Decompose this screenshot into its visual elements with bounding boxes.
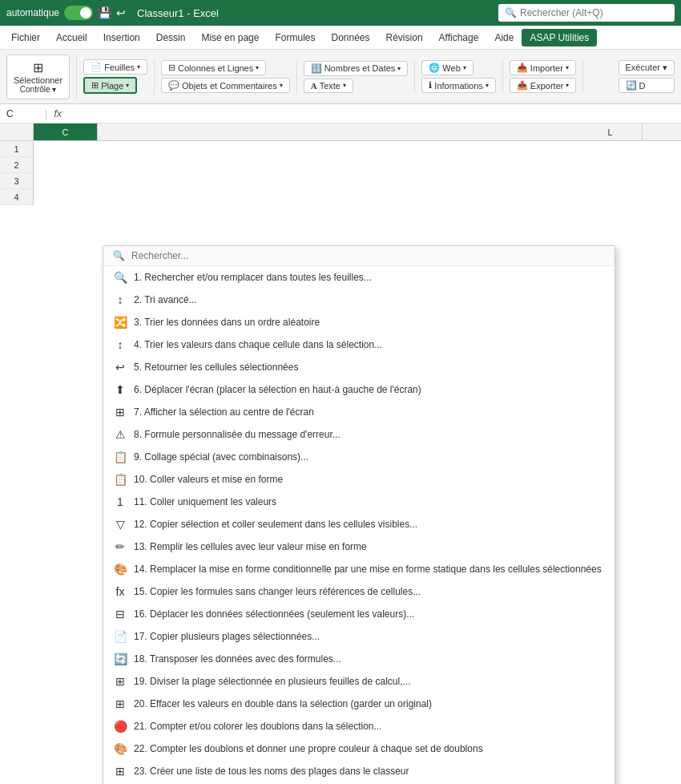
dropdown-item-text-21: 21. Compter et/ou colorer les doublons d… — [134, 721, 605, 732]
web-icon: 🌐 — [429, 63, 440, 73]
feuilles-btn[interactable]: 📄 Feuilles ▾ — [83, 59, 147, 75]
menu-item-aide[interactable]: Aide — [486, 29, 522, 46]
ribbon-row-10: 📤 Exporter ▾ — [510, 78, 577, 93]
ribbon-row-1: 📄 Feuilles ▾ — [83, 59, 147, 75]
menu-item-donnees[interactable]: Données — [323, 29, 377, 46]
menu-item-revision[interactable]: Révision — [378, 29, 431, 46]
dropdown-item-8[interactable]: ⚠8. Formule personnalisée du message d'e… — [103, 423, 615, 446]
dropdown-item-20[interactable]: ⊞20. Effacer les valeurs en double dans … — [103, 693, 615, 715]
dropdown-item-icon-4: ↕ — [113, 337, 127, 352]
dropdown-item-23[interactable]: ⊞23. Créer une liste de tous les noms de… — [103, 760, 615, 782]
dropdown-item-9[interactable]: 📋9. Collage spécial (avec combinaisons).… — [103, 446, 615, 468]
dropdown-item-22[interactable]: 🎨22. Compter les doublons et donner une … — [103, 738, 615, 760]
ribbon-group-web: 🌐 Web ▾ ℹ Informations ▾ — [421, 60, 503, 93]
dropdown-item-icon-22: 🎨 — [113, 742, 127, 756]
objets-btn[interactable]: 💬 Objets et Commentaires ▾ — [161, 78, 290, 93]
colonnes-btn[interactable]: ⊟ Colonnes et Lignes ▾ — [161, 60, 266, 75]
search-input[interactable] — [520, 7, 664, 18]
dropdown-item-text-6: 6. Déplacer l'écran (placer la sélection… — [134, 384, 605, 395]
menu-item-affichage[interactable]: Affichage — [431, 29, 487, 46]
dropdown-search-input[interactable] — [131, 250, 605, 261]
menu-item-accueil[interactable]: Accueil — [48, 29, 95, 46]
ribbon-row-3: ⊟ Colonnes et Lignes ▾ — [161, 60, 290, 75]
dropdown-item-icon-10: 📋 — [113, 472, 127, 487]
title-text: Classeur1 - Excel — [137, 7, 219, 19]
selection-btn[interactable]: ⊞ Sélectionner Contrôle ▾ — [6, 55, 70, 99]
refresh-btn[interactable]: 🔄 D — [619, 78, 675, 93]
dropdown-item-text-12: 12. Copier sélection et coller seulement… — [134, 519, 605, 530]
menu-item-fichier[interactable]: Fichier — [3, 29, 48, 46]
informations-btn[interactable]: ℹ Informations ▾ — [421, 78, 496, 93]
dropdown-item-icon-11: 1 — [113, 495, 127, 509]
col-header-c[interactable]: C — [34, 123, 98, 140]
dropdown-item-14[interactable]: 🎨14. Remplacer la mise en forme conditio… — [103, 558, 615, 580]
fx-label: fx — [54, 107, 62, 119]
dropdown-item-text-10: 10. Coller valeurs et mise en forme — [134, 474, 605, 485]
dropdown-item-icon-21: 🔴 — [113, 719, 127, 733]
menu-item-insertion[interactable]: Insertion — [95, 29, 148, 46]
dropdown-item-7[interactable]: ⊞7. Afficher la sélection au centre de l… — [103, 401, 615, 423]
col-header-l[interactable]: L — [578, 123, 643, 140]
search-icon: 🔍 — [505, 7, 517, 18]
plage-icon: ⊞ — [91, 80, 99, 91]
dropdown-item-5[interactable]: ↩5. Retourner les cellules sélectionnées — [103, 356, 615, 378]
dropdown-item-text-23: 23. Créer une liste de tous les noms des… — [134, 766, 605, 777]
dropdown-item-icon-5: ↩ — [113, 360, 127, 374]
dropdown-item-1[interactable]: 🔍1. Rechercher et/ou remplacer dans tout… — [103, 266, 615, 289]
search-bar[interactable]: 🔍 — [498, 4, 675, 22]
web-btn[interactable]: 🌐 Web ▾ — [421, 60, 473, 75]
dropdown-item-3[interactable]: 🔀3. Trier les données dans un ordre aléa… — [103, 311, 615, 333]
save-icon[interactable]: 💾 — [98, 6, 111, 19]
dropdown-item-text-11: 11. Coller uniquement les valeurs — [134, 496, 605, 507]
dropdown-item-icon-16: ⊟ — [113, 607, 127, 621]
row-4: 4 — [0, 189, 33, 205]
dropdown-item-12[interactable]: ▽12. Copier sélection et coller seulemen… — [103, 513, 615, 535]
exporter-btn[interactable]: 📤 Exporter ▾ — [510, 78, 577, 93]
ribbon-group-nombres: 🔢 Nombres et Dates ▾ A Texte ▾ — [304, 61, 416, 93]
menu-item-dessin[interactable]: Dessin — [148, 29, 194, 46]
colonnes-icon: ⊟ — [168, 63, 175, 73]
dropdown-item-11[interactable]: 111. Coller uniquement les valeurs — [103, 491, 615, 513]
dropdown-item-18[interactable]: 🔄18. Transposer les données avec des for… — [103, 648, 615, 670]
importer-icon: 📥 — [517, 63, 528, 73]
executer-btn[interactable]: Exécuter ▾ — [619, 60, 675, 75]
ribbon: ⊞ Sélectionner Contrôle ▾ 📄 Feuilles ▾ ⊞… — [0, 50, 681, 104]
dropdown-item-icon-7: ⊞ — [113, 405, 127, 419]
ribbon-row-2: ⊞ Plage ▾ — [83, 77, 147, 94]
dropdown-item-16[interactable]: ⊟16. Déplacer les données sélectionnées … — [103, 603, 615, 625]
row-spacer — [0, 123, 34, 140]
dropdown-item-icon-12: ▽ — [113, 517, 127, 531]
undo-icon[interactable]: ↩ — [116, 6, 126, 19]
dropdown-item-text-4: 4. Trier les valeurs dans chaque cellule… — [134, 339, 605, 350]
plage-btn[interactable]: ⊞ Plage ▾ — [83, 77, 137, 94]
dropdown-item-2[interactable]: ↕2. Tri avancé... — [103, 289, 615, 311]
texte-btn[interactable]: A Texte ▾ — [304, 79, 353, 93]
grid-cells — [34, 141, 681, 205]
dropdown-item-15[interactable]: fx15. Copier les formules sans changer l… — [103, 580, 615, 603]
dropdown-item-text-13: 13. Remplir les cellules avec leur valeu… — [134, 541, 605, 552]
dropdown-item-4[interactable]: ↕4. Trier les valeurs dans chaque cellul… — [103, 333, 615, 356]
dropdown-item-21[interactable]: 🔴21. Compter et/ou colorer les doublons … — [103, 715, 615, 738]
importer-btn[interactable]: 📥 Importer ▾ — [510, 60, 576, 75]
dropdown-item-text-20: 20. Effacer les valeurs en double dans l… — [134, 698, 605, 709]
dropdown-item-10[interactable]: 📋10. Coller valeurs et mise en forme — [103, 468, 615, 491]
dropdown-item-17[interactable]: 📄17. Copier plusieurs plages sélectionné… — [103, 625, 615, 648]
formula-bar: C | fx — [0, 104, 681, 123]
plage-dropdown: 🔍 🔍1. Rechercher et/ou remplacer dans to… — [103, 245, 615, 784]
dropdown-item-text-15: 15. Copier les formules sans changer leu… — [134, 586, 605, 597]
nombres-btn[interactable]: 🔢 Nombres et Dates ▾ — [304, 61, 409, 76]
auto-toggle[interactable] — [64, 6, 93, 20]
ribbon-right-group: Exécuter ▾ 🔄 D — [619, 60, 675, 93]
row-1: 1 — [0, 141, 33, 157]
menu-item-asap[interactable]: ASAP Utilities — [522, 29, 597, 46]
dropdown-item-text-19: 19. Diviser la plage sélectionnée en plu… — [134, 676, 605, 687]
dropdown-item-13[interactable]: ✏13. Remplir les cellules avec leur vale… — [103, 535, 615, 558]
nombres-icon: 🔢 — [311, 63, 322, 74]
app-label: automatique — [6, 7, 59, 18]
dropdown-item-19[interactable]: ⊞19. Diviser la plage sélectionnée en pl… — [103, 670, 615, 693]
dropdown-item-text-3: 3. Trier les données dans un ordre aléat… — [134, 317, 605, 328]
dropdown-item-6[interactable]: ⬆6. Déplacer l'écran (placer la sélectio… — [103, 378, 615, 401]
dropdown-item-icon-3: 🔀 — [113, 315, 127, 329]
menu-item-formules[interactable]: Formules — [267, 29, 323, 46]
menu-item-miseenpage[interactable]: Mise en page — [193, 29, 267, 46]
